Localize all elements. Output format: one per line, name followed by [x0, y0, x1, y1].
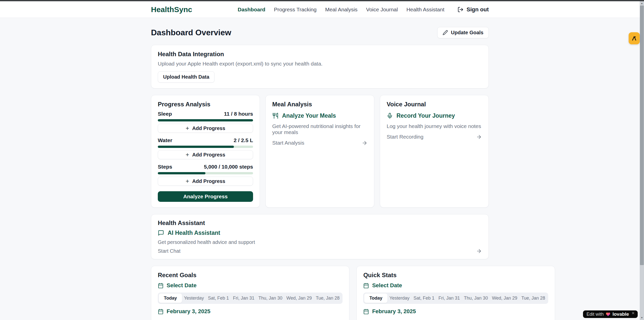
tab-yesterday[interactable]: Yesterday — [387, 294, 411, 303]
health-data-integration-card: Health Data Integration Upload your Appl… — [151, 45, 489, 88]
tab-fri-jan-31[interactable]: Fri, Jan 31 — [231, 294, 256, 303]
recent-goals-title: Recent Goals — [158, 272, 343, 279]
tab-thu-jan-30[interactable]: Thu, Jan 30 — [462, 294, 490, 303]
water-value: 2 / 2.5 L — [234, 137, 253, 143]
steps-label: Steps — [158, 164, 172, 170]
sign-out-label: Sign out — [467, 6, 489, 13]
update-goals-button[interactable]: Update Goals — [437, 27, 489, 38]
sleep-value: 11 / 8 hours — [224, 111, 253, 117]
nav-meal-analysis[interactable]: Meal Analysis — [325, 7, 357, 13]
tab-sat-feb-1[interactable]: Sat, Feb 1 — [206, 294, 231, 303]
add-water-progress-button[interactable]: + Add Progress — [158, 150, 253, 159]
recent-goals-selected-date[interactable]: February 3, 2025 — [158, 308, 343, 315]
analyze-progress-button[interactable]: Analyze Progress — [158, 191, 253, 202]
upload-health-data-button[interactable]: Upload Health Data — [158, 71, 214, 83]
analyze-your-meals-link[interactable]: Analyze Your Meals — [272, 112, 367, 119]
quick-stats-selected-date[interactable]: February 3, 2025 — [363, 308, 548, 315]
tab-today[interactable]: Today — [364, 294, 387, 303]
water-progress-bar — [158, 146, 253, 148]
plus-icon: + — [186, 178, 189, 184]
arrow-right-icon — [476, 134, 482, 140]
steps-value: 5,000 / 10,000 steps — [204, 164, 253, 170]
tab-tue-jan-28[interactable]: Tue, Jan 28 — [314, 294, 342, 303]
health-data-title: Health Data Integration — [158, 51, 482, 58]
start-analysis-action[interactable]: Start Analysis — [272, 140, 367, 146]
feature-cards-row: Progress Analysis Sleep 11 / 8 hours + A… — [151, 95, 489, 208]
quick-stats-card: Quick Stats Select Date Today Yesterday … — [356, 266, 555, 320]
badge-close-icon[interactable]: ✕ — [631, 311, 635, 315]
heart-icon — [606, 312, 610, 317]
meal-analysis-description: Get AI-powered nutritional insights for … — [272, 123, 367, 135]
nav-voice-journal[interactable]: Voice Journal — [366, 7, 398, 13]
tab-wed-jan-29[interactable]: Wed, Jan 29 — [490, 294, 519, 303]
lovable-caret-icon — [631, 35, 637, 42]
voice-journal-title: Voice Journal — [387, 101, 482, 108]
water-label: Water — [158, 137, 172, 143]
tab-yesterday[interactable]: Yesterday — [182, 294, 206, 303]
voice-journal-description: Log your health journey with voice notes — [387, 123, 482, 129]
nav-dashboard[interactable]: Dashboard — [238, 7, 265, 13]
scrollbar[interactable]: ▲ ▼ — [640, 1, 644, 320]
steps-metric: Steps 5,000 / 10,000 steps + Add Progres… — [158, 164, 253, 186]
steps-progress-bar — [158, 172, 253, 174]
update-goals-label: Update Goals — [451, 30, 483, 36]
plus-icon: + — [186, 152, 189, 158]
tab-today[interactable]: Today — [159, 294, 182, 303]
scrollbar-down-arrow[interactable]: ▼ — [640, 316, 644, 320]
sleep-label: Sleep — [158, 111, 172, 117]
lovable-edit-fab[interactable] — [629, 32, 640, 44]
tab-thu-jan-30[interactable]: Thu, Jan 30 — [256, 294, 284, 303]
voice-journal-card: Voice Journal Record Your Journey Log yo… — [380, 95, 489, 208]
page-title: Dashboard Overview — [151, 28, 231, 37]
health-assistant-description: Get personalized health advice and suppo… — [158, 239, 482, 245]
chat-bubble-icon — [158, 230, 164, 236]
tab-wed-jan-29[interactable]: Wed, Jan 29 — [284, 294, 314, 303]
arrow-right-icon — [362, 140, 367, 146]
calendar-icon — [158, 283, 164, 289]
top-navbar: HealthSync Dashboard Progress Tracking M… — [0, 1, 640, 18]
scrollbar-thumb[interactable] — [640, 6, 644, 265]
arrow-right-icon — [476, 248, 482, 254]
ai-health-assistant-link[interactable]: AI Health Assistant — [158, 230, 482, 236]
nav-health-assistant[interactable]: Health Assistant — [406, 7, 444, 13]
log-out-icon — [457, 7, 464, 13]
recent-goals-card: Recent Goals Select Date Today Yesterday… — [151, 266, 349, 320]
recent-goals-date-tabs: Today Yesterday Sat, Feb 1 Fri, Jan 31 T… — [158, 293, 343, 304]
dashboard-main: Dashboard Overview Update Goals Health D… — [151, 18, 489, 320]
window-top-edge — [0, 0, 644, 1]
sleep-progress-bar — [158, 119, 253, 121]
scrollbar-up-arrow[interactable]: ▲ — [640, 1, 644, 6]
calendar-icon — [363, 283, 369, 289]
calendar-icon — [158, 309, 164, 314]
badge-brand-label: lovable — [612, 311, 629, 317]
water-metric: Water 2 / 2.5 L + Add Progress — [158, 137, 253, 159]
main-nav: Dashboard Progress Tracking Meal Analysi… — [238, 6, 489, 13]
meal-analysis-card: Meal Analysis Analyze Your Meals Get AI-… — [265, 95, 374, 208]
quick-stats-date-tabs: Today Yesterday Sat, Feb 1 Fri, Jan 31 T… — [363, 293, 548, 304]
sign-out-button[interactable]: Sign out — [457, 6, 489, 13]
quick-stats-title: Quick Stats — [363, 272, 548, 279]
tab-fri-jan-31[interactable]: Fri, Jan 31 — [437, 294, 462, 303]
progress-analysis-title: Progress Analysis — [158, 101, 253, 108]
progress-analysis-card: Progress Analysis Sleep 11 / 8 hours + A… — [151, 95, 260, 208]
add-steps-progress-button[interactable]: + Add Progress — [158, 177, 253, 186]
recent-goals-select-date[interactable]: Select Date — [158, 282, 343, 289]
pencil-icon — [443, 30, 448, 35]
start-recording-action[interactable]: Start Recording — [387, 134, 482, 140]
add-sleep-progress-button[interactable]: + Add Progress — [158, 124, 253, 133]
meal-analysis-title: Meal Analysis — [272, 101, 367, 108]
quick-stats-select-date[interactable]: Select Date — [363, 282, 548, 289]
app-logo[interactable]: HealthSync — [151, 5, 192, 14]
tab-tue-jan-28[interactable]: Tue, Jan 28 — [519, 294, 547, 303]
lovable-badge[interactable]: Edit with lovable ✕ — [583, 310, 638, 318]
bottom-cards-row: Recent Goals Select Date Today Yesterday… — [151, 266, 489, 320]
microphone-icon — [387, 113, 393, 119]
health-data-description: Upload your Apple Health export (export.… — [158, 61, 482, 67]
nav-progress-tracking[interactable]: Progress Tracking — [274, 7, 317, 13]
start-chat-action[interactable]: Start Chat — [158, 248, 482, 254]
health-assistant-card: Health Assistant AI Health Assistant Get… — [151, 214, 489, 259]
sleep-metric: Sleep 11 / 8 hours + Add Progress — [158, 111, 253, 133]
record-your-journey-link[interactable]: Record Your Journey — [387, 112, 482, 119]
calendar-icon — [363, 309, 369, 314]
tab-sat-feb-1[interactable]: Sat, Feb 1 — [411, 294, 436, 303]
